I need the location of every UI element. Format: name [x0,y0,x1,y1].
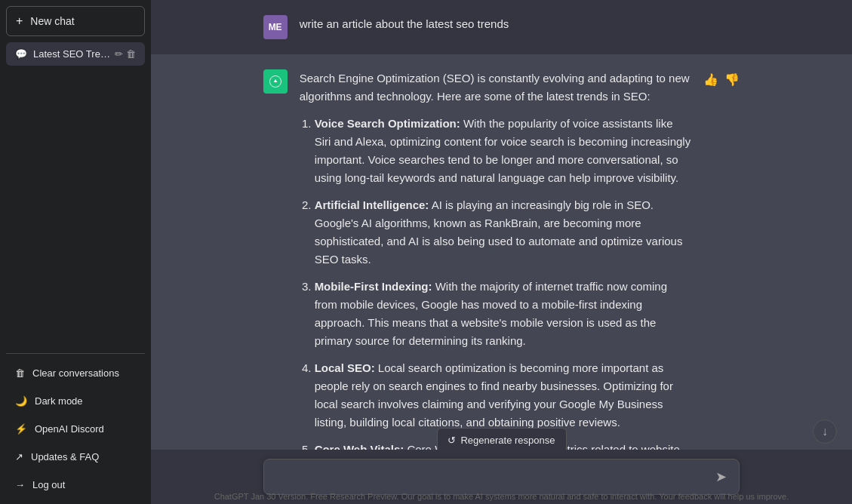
chat-list: 💬 Latest SEO Trends Over ✏ 🗑 [6,42,145,347]
sidebar-item-discord[interactable]: ⚡ OpenAI Discord [6,416,145,442]
assistant-intro-text: Search Engine Optimization (SEO) is cons… [300,69,692,106]
moon-icon: 🌙 [15,395,27,407]
user-message-text: write an article about the latest seo tr… [300,17,509,30]
send-icon: ➤ [715,469,727,485]
chat-item-actions: ✏ 🗑 [115,48,136,60]
updates-label: Updates & FAQ [31,451,99,463]
thumbs-down-icon[interactable]: 👎 [724,72,740,87]
send-button[interactable]: ➤ [712,466,730,488]
user-avatar-label: ME [269,22,282,32]
new-chat-label: New chat [30,15,74,27]
assistant-avatar [263,69,288,94]
regenerate-label: Regenerate response [460,435,555,446]
message-actions: 👍 👎 [703,69,740,504]
scroll-down-button[interactable]: ↓ [813,419,837,444]
list-item: Local SEO: Local search optimization is … [315,359,692,432]
sidebar-item-logout[interactable]: → Log out [6,472,145,498]
clear-conversations-label: Clear conversations [32,367,119,379]
logout-icon: → [15,479,25,490]
sidebar-bottom: 🗑 Clear conversations 🌙 Dark mode ⚡ Open… [6,353,145,498]
sidebar-item-dark-mode[interactable]: 🌙 Dark mode [6,388,145,414]
chat-input[interactable] [273,469,713,486]
scroll-down-icon: ↓ [822,425,828,438]
regenerate-icon: ↺ [448,435,456,446]
trash-icon: 🗑 [15,367,25,379]
discord-label: OpenAI Discord [35,423,104,435]
main-content: ME write an article about the latest seo… [151,0,852,504]
openai-logo-icon [269,75,282,88]
list-item: Mobile-First Indexing: With the majority… [315,278,692,350]
list-item: Voice Search Optimization: With the popu… [315,115,692,187]
external-link-icon: ↗ [15,451,23,463]
logout-label: Log out [32,479,65,490]
new-chat-button[interactable]: + New chat [6,6,145,36]
user-message-row: ME write an article about the latest seo… [151,0,852,54]
sidebar-item-clear[interactable]: 🗑 Clear conversations [6,360,145,386]
list-item: Artificial Intelligence: AI is playing a… [315,196,692,269]
delete-icon[interactable]: 🗑 [126,48,136,60]
user-message-content: write an article about the latest seo tr… [300,15,740,39]
user-avatar: ME [263,15,288,39]
chat-item-label: Latest SEO Trends Over [33,48,115,60]
footer-text: ChatGPT Jan 30 Version. Free Research Pr… [151,492,852,501]
chat-item-left: 💬 Latest SEO Trends Over [15,48,115,60]
thumbs-up-icon[interactable]: 👍 [703,72,718,87]
sidebar: + New chat 💬 Latest SEO Trends Over ✏ 🗑 … [0,0,151,504]
chat-item[interactable]: 💬 Latest SEO Trends Over ✏ 🗑 [6,42,145,66]
plus-icon: + [16,14,23,28]
discord-icon: ⚡ [15,423,27,435]
chat-bubble-icon: 💬 [15,48,27,60]
edit-icon[interactable]: ✏ [115,48,123,60]
sidebar-item-updates[interactable]: ↗ Updates & FAQ [6,444,145,470]
input-container: ➤ [263,459,740,495]
dark-mode-label: Dark mode [35,395,83,407]
